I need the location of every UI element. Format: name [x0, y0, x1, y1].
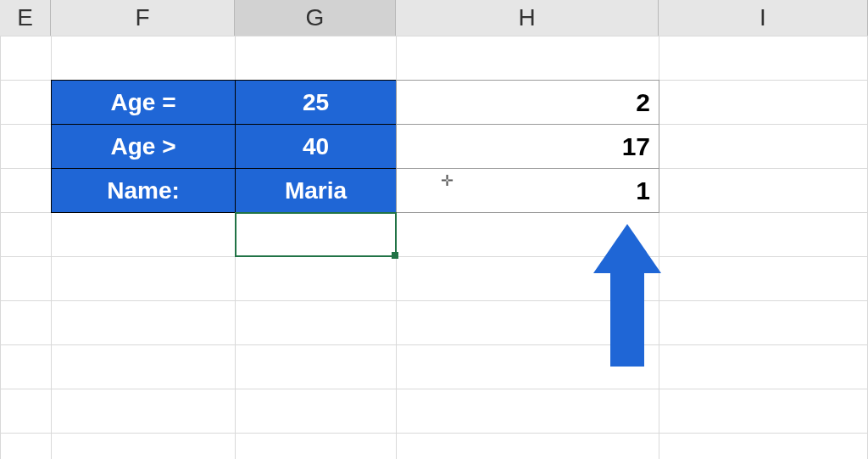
- gridline-h: [0, 256, 868, 257]
- fill-handle[interactable]: [392, 252, 398, 259]
- column-header-E[interactable]: E: [0, 0, 51, 36]
- column-header-I[interactable]: I: [659, 0, 868, 36]
- cell-G4-value[interactable]: Maria: [235, 168, 397, 213]
- gridline-h: [0, 36, 868, 36]
- cell-H4-value[interactable]: 1: [396, 168, 659, 213]
- gridline-h: [0, 344, 868, 345]
- cell-H3-value[interactable]: 17: [396, 124, 659, 169]
- cell-F3-label[interactable]: Age >: [51, 124, 236, 169]
- gridline-h: [0, 300, 868, 301]
- column-header-row: E F G H I: [0, 0, 868, 36]
- column-header-F[interactable]: F: [51, 0, 235, 36]
- cell-F2-label[interactable]: Age =: [51, 80, 236, 125]
- column-header-H[interactable]: H: [396, 0, 659, 36]
- spreadsheet-grid[interactable]: Age = 25 2 Age > 40 17 Name: Maria 1 ✛: [0, 36, 868, 459]
- column-header-G[interactable]: G: [235, 0, 396, 36]
- cell-F4-label[interactable]: Name:: [51, 168, 236, 213]
- cell-G3-value[interactable]: 40: [235, 124, 397, 169]
- active-cell-selection: [235, 212, 397, 257]
- gridline-v: [0, 36, 1, 459]
- gridline-h: [0, 389, 868, 389]
- cell-G2-value[interactable]: 25: [235, 80, 397, 125]
- gridline-h: [0, 433, 868, 434]
- cell-H2-value[interactable]: 2: [396, 80, 659, 125]
